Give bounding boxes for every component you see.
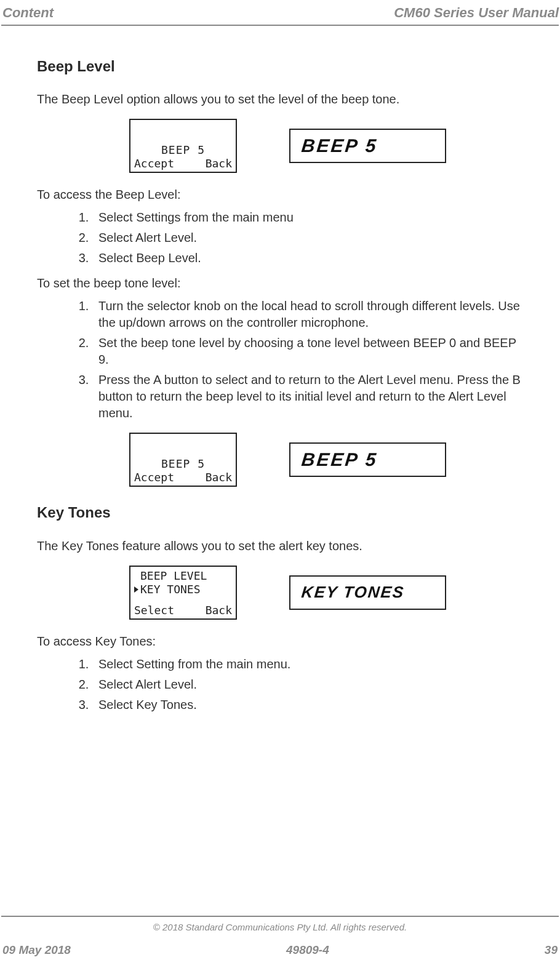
lcd-blank-line: [134, 444, 232, 457]
footer-docnum: 49809-4: [286, 943, 329, 957]
list-item: Select Setting from the main menu.: [92, 656, 523, 673]
list-item: Select Alert Level.: [92, 676, 523, 693]
beep-set-steps: Turn the selector knob on the local head…: [37, 298, 523, 422]
lcd-softkey-row: Accept Back: [134, 157, 232, 170]
section-title-beep-level: Beep Level: [37, 57, 523, 76]
segment-display: KEY TONES: [289, 575, 446, 610]
keytones-intro: The Key Tones feature allows you to set …: [37, 538, 523, 554]
header-bar: Content CM60 Series User Manual: [0, 0, 560, 25]
footer: © 2018 Standard Communications Pty Ltd. …: [0, 916, 560, 932]
footer-date: 09 May 2018: [2, 943, 71, 957]
lcd-screen: BEEP 5 Accept Back: [129, 433, 237, 487]
lcd-line-1-text: BEEP LEVEL: [140, 569, 207, 583]
lcd-softkey-right: Back: [206, 156, 232, 171]
header-left: Content: [2, 5, 54, 21]
copyright-text: © 2018 Standard Communications Pty Ltd. …: [0, 922, 560, 932]
section-title-key-tones: Key Tones: [37, 503, 523, 522]
content-area: Beep Level The Beep Level option allows …: [0, 57, 560, 713]
lcd-line-1: BEEP LEVEL: [134, 569, 232, 583]
list-item: Press the A button to select and to retu…: [92, 372, 523, 422]
beep-access-steps: Select Settings from the main menu Selec…: [37, 209, 523, 266]
lcd-softkey-left: Select: [134, 603, 174, 618]
lcd-screen: BEEP 5 Accept Back: [129, 119, 237, 173]
keytones-access-lead: To access Key Tones:: [37, 633, 523, 650]
beep-intro: The Beep Level option allows you to set …: [37, 91, 523, 108]
lcd-blank-line: [134, 130, 232, 143]
header-rule: [1, 25, 559, 26]
segment-text: KEY TONES: [300, 582, 406, 603]
lcd-screen: BEEP LEVEL KEY TONES Select Back: [129, 566, 237, 620]
footer-rule: [1, 916, 559, 917]
lcd-softkey-right: Back: [206, 470, 232, 485]
lcd-line-2: KEY TONES: [134, 583, 232, 596]
beep-set-lead: To set the beep tone level:: [37, 275, 523, 292]
lcd-softkey-left: Accept: [134, 156, 174, 171]
bottom-bar: 09 May 2018 49809-4 39: [2, 943, 558, 957]
list-item: Set the beep tone level by choosing a to…: [92, 335, 523, 368]
segment-display: BEEP 5: [289, 129, 446, 163]
beep-display-row-2: BEEP 5 Accept Back BEEP 5: [129, 433, 523, 487]
lcd-main-line: BEEP 5: [134, 457, 232, 471]
lcd-softkey-left: Accept: [134, 470, 174, 485]
lcd-softkey-right: Back: [206, 603, 232, 618]
header-right: CM60 Series User Manual: [394, 5, 559, 21]
footer-page-number: 39: [545, 943, 558, 957]
keytones-access-steps: Select Setting from the main menu. Selec…: [37, 656, 523, 713]
lcd-line-2-text: KEY TONES: [140, 582, 201, 597]
keytones-display-row: BEEP LEVEL KEY TONES Select Back KEY TON…: [129, 566, 523, 620]
list-item: Turn the selector knob on the local head…: [92, 298, 523, 331]
triangle-icon: [134, 586, 138, 593]
beep-access-lead: To access the Beep Level:: [37, 186, 523, 203]
page: Content CM60 Series User Manual Beep Lev…: [0, 0, 560, 968]
list-item: Select Alert Level.: [92, 230, 523, 246]
list-item: Select Settings from the main menu: [92, 209, 523, 226]
segment-text: BEEP 5: [300, 447, 379, 473]
segment-text: BEEP 5: [300, 134, 379, 159]
segment-display: BEEP 5: [289, 442, 446, 477]
lcd-softkey-row: Select Back: [134, 604, 232, 617]
list-item: Select Key Tones.: [92, 697, 523, 713]
lcd-main-line: BEEP 5: [134, 143, 232, 157]
lcd-softkey-row: Accept Back: [134, 471, 232, 484]
beep-display-row-1: BEEP 5 Accept Back BEEP 5: [129, 119, 523, 173]
list-item: Select Beep Level.: [92, 250, 523, 266]
